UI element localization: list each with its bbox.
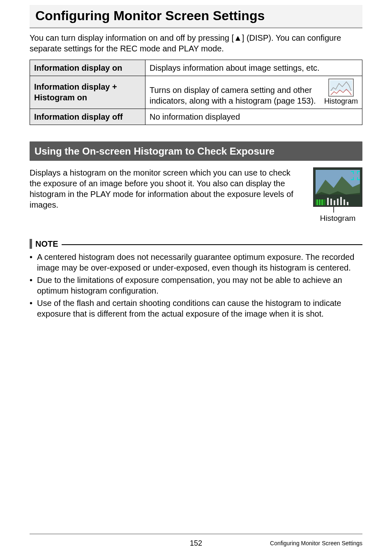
table-row: Information display off No information d…: [30, 109, 362, 125]
notes-list: •A centered histogram does not necessari…: [30, 252, 362, 319]
svg-rect-15: [347, 202, 348, 205]
row2-label: Information display + Histogram on: [30, 76, 145, 109]
svg-rect-11: [334, 200, 335, 205]
note-rule-icon: [62, 244, 362, 245]
svg-rect-10: [330, 199, 332, 205]
list-item: •Use of the flash and certain shooting c…: [30, 298, 362, 319]
page-footer: 152 Configuring Monitor Screen Settings: [30, 533, 362, 548]
intro-text: You can turn display information on and …: [30, 32, 362, 54]
note-text: A centered histogram does not necessaril…: [37, 252, 362, 273]
histogram-thumb-caption: Histogram: [324, 97, 358, 106]
pointer-line-icon: [313, 207, 362, 213]
note-bar-icon: [30, 239, 32, 249]
histogram-paragraph: Displays a histogram on the monitor scre…: [30, 167, 297, 210]
row1-desc: Displays information about image setting…: [145, 60, 362, 76]
histogram-preview-caption: Histogram: [320, 213, 356, 224]
histogram-thumb-icon: [328, 79, 354, 97]
row3-label: Information display off: [30, 109, 145, 125]
note-heading: NOTE: [30, 238, 362, 249]
row3-desc: No information displayed: [145, 109, 362, 125]
info-display-table: Information display on Displays informat…: [30, 60, 362, 125]
svg-rect-14: [344, 199, 345, 205]
row1-label: Information display on: [30, 60, 145, 76]
svg-rect-9: [327, 198, 329, 205]
note-text: Use of the flash and certain shooting co…: [37, 298, 362, 319]
page-title: Configuring Monitor Screen Settings: [30, 5, 362, 28]
note-text: Due to the limitations of exposure compe…: [37, 275, 362, 296]
row2-desc: Turns on display of camera setting and o…: [150, 85, 317, 106]
svg-rect-13: [340, 197, 342, 205]
page-number: 152: [190, 539, 202, 548]
table-row: Information display + Histogram on Turns…: [30, 76, 362, 109]
footer-section-name: Configuring Monitor Screen Settings: [270, 539, 362, 547]
section-heading: Using the On-screen Histogram to Check E…: [30, 141, 362, 161]
histogram-preview-icon: [313, 167, 362, 207]
row2-cell: Turns on display of camera setting and o…: [145, 76, 362, 109]
list-item: •A centered histogram does not necessari…: [30, 252, 362, 273]
table-row: Information display on Displays informat…: [30, 60, 362, 76]
svg-rect-12: [337, 199, 339, 205]
note-label: NOTE: [35, 238, 58, 249]
list-item: •Due to the limitations of exposure comp…: [30, 275, 362, 296]
